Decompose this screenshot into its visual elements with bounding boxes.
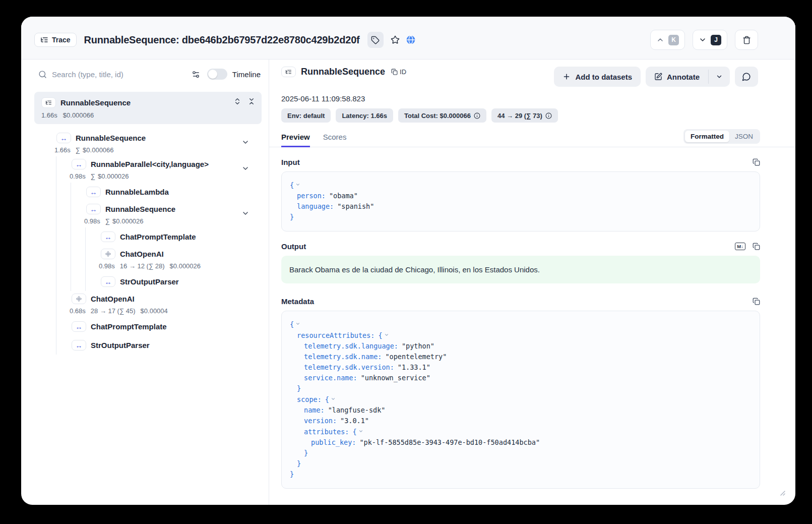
span-arrow-icon: ↔ [76, 323, 83, 330]
json-key: service.name: [304, 374, 357, 382]
tab-preview[interactable]: Preview [281, 133, 310, 147]
latency-badge: Latency: 1.66s [336, 108, 393, 123]
token-usage: 16 → 12 (∑ 28) [120, 262, 165, 270]
annotate-dropdown-button[interactable] [709, 67, 730, 87]
trash-icon [742, 36, 751, 44]
copy-input-button[interactable] [753, 158, 760, 166]
span-arrow-icon: ↔ [105, 278, 112, 285]
collapse-all-button[interactable] [247, 97, 256, 105]
span-badge: ↔ [86, 204, 101, 214]
chevron-down-icon [699, 36, 707, 44]
trace-node-badge [41, 97, 56, 108]
public-globe-icon[interactable] [406, 35, 416, 45]
star-icon [391, 35, 400, 44]
search-input[interactable] [52, 70, 184, 79]
chevron-down-icon[interactable] [241, 164, 249, 174]
trace-root-row[interactable]: RunnableSequence 1.66s $0.000066 [34, 92, 262, 124]
collapse-chevron-icon[interactable] [295, 319, 300, 329]
filter-sliders-button[interactable] [190, 68, 202, 81]
collapse-chevron-icon[interactable] [331, 394, 336, 404]
bookmark-star-button[interactable] [387, 32, 403, 48]
json-value: "3.0.1" [340, 417, 369, 425]
resize-handle[interactable] [780, 489, 785, 498]
tree-node-chatprompttemplate[interactable]: ↔ ChatPromptTemplate [86, 227, 265, 246]
json-value: "python" [402, 342, 434, 350]
output-text-box: Barack Obama es de la ciudad de Chicago,… [281, 256, 760, 283]
list-tree-icon [40, 36, 48, 44]
trace-detail-panel: RunnableSequence ID Add to datasets [269, 60, 795, 505]
collapse-chevron-icon[interactable] [384, 330, 389, 340]
span-badge: ↔ [56, 133, 71, 143]
format-toggle: Formatted JSON [683, 129, 760, 144]
prev-trace-button[interactable]: K [650, 30, 685, 50]
sigma-icon: ∑ [91, 172, 95, 180]
comment-bubble-icon [742, 72, 751, 81]
chevron-up-icon [656, 36, 664, 44]
tab-scores[interactable]: Scores [323, 133, 347, 147]
trace-type-badge: Trace [34, 33, 77, 47]
info-icon [474, 112, 480, 119]
next-key-badge: J [711, 35, 721, 45]
copy-id-button[interactable]: ID [391, 68, 406, 76]
tree-node-chatopenai[interactable]: ChatOpenAI 0.98s 16 → 12 (∑ 28) $0.00002… [86, 246, 265, 272]
json-key: attributes: [304, 428, 349, 436]
token-usage-badge[interactable]: 44 → 29 (∑ 73) [491, 108, 558, 123]
tree-node-runnablelambda[interactable]: ↔ RunnableLambda [71, 183, 265, 201]
delete-trace-button[interactable] [735, 30, 758, 50]
json-key: telemetry.sdk.language: [304, 342, 398, 350]
span-badge: ↔ [101, 231, 115, 242]
span-arrow-icon: ↔ [90, 189, 97, 196]
generation-badge [101, 249, 115, 259]
chevron-down-icon[interactable] [241, 138, 249, 148]
trace-tree-sidebar: Timeline RunnableSequence [21, 60, 269, 505]
format-json-option[interactable]: JSON [729, 131, 759, 142]
tree-node-chatopenai-outer[interactable]: ChatOpenAI 0.68s 28 → 17 (∑ 45) $0.00004 [56, 291, 265, 317]
json-value: "pk-lf-5855d85e-3943-497e-bd10-f50ad414b… [359, 438, 540, 446]
toggle-knob [208, 70, 217, 79]
root-node-label: RunnableSequence [60, 98, 131, 107]
annotate-button[interactable]: Annotate [646, 67, 708, 87]
tree-node-runnableparallel[interactable]: ↔ RunnableParallel<city,language> 0.98s … [56, 156, 265, 183]
collapse-chevron-icon[interactable] [295, 180, 300, 190]
span-badge: ↔ [101, 276, 115, 287]
comments-button[interactable] [735, 67, 758, 87]
env-badge: Env: default [281, 108, 331, 123]
tree-node-stroutputparser-outer[interactable]: ↔ StrOutputParser [56, 336, 265, 355]
tag-button[interactable] [367, 32, 384, 48]
timeline-toggle[interactable] [207, 69, 227, 80]
json-key: version: [304, 417, 337, 425]
total-cost-badge[interactable]: Total Cost: $0.000066 [398, 108, 486, 123]
plus-icon [563, 73, 571, 81]
detail-title: RunnableSequence [301, 67, 385, 77]
span-arrow-icon: ↔ [60, 135, 68, 142]
tree-node-stroutputparser[interactable]: ↔ StrOutputParser [86, 272, 265, 291]
markdown-toggle-icon[interactable]: M↓ [735, 243, 745, 250]
list-tree-icon [45, 99, 52, 106]
generation-flower-icon [105, 251, 111, 257]
json-value: "spanish" [337, 202, 374, 210]
json-key: telemetry.sdk.name: [304, 353, 382, 361]
sigma-icon: ∑ [76, 146, 80, 154]
detail-tab-bar: Preview Scores Formatted JSON [269, 130, 795, 147]
sigma-icon: ∑ [105, 217, 110, 225]
tag-icon [371, 36, 380, 44]
format-formatted-option[interactable]: Formatted [685, 131, 729, 142]
input-section-title: Input [281, 158, 300, 166]
tree-node-runnablesequence[interactable]: ↔ RunnableSequence 1.66s ∑ $0.000066 [21, 130, 265, 156]
json-value: "langfuse-sdk" [328, 406, 386, 414]
tree-node-runnablesequence-inner[interactable]: ↔ RunnableSequence 0.98s ∑ $0.000026 [71, 201, 265, 227]
tree-node-chatprompttemplate-outer[interactable]: ↔ ChatPromptTemplate [56, 317, 265, 336]
collapse-chevron-icon[interactable] [358, 426, 363, 437]
copy-output-button[interactable] [753, 243, 760, 250]
copy-metadata-button[interactable] [753, 298, 760, 305]
expand-all-button[interactable] [233, 97, 241, 105]
next-trace-button[interactable]: J [693, 30, 727, 50]
json-key: telemetry.sdk.version: [304, 363, 394, 371]
annotate-button-group: Annotate [646, 67, 730, 87]
prev-key-badge: K [668, 35, 679, 45]
add-to-datasets-button[interactable]: Add to datasets [554, 67, 641, 87]
top-bar: Trace RunnableSequence: dbe646b2b67957d2… [21, 17, 795, 60]
trace-node-badge [281, 67, 296, 77]
chevron-down-icon[interactable] [241, 209, 249, 219]
timeline-label: Timeline [232, 70, 261, 79]
